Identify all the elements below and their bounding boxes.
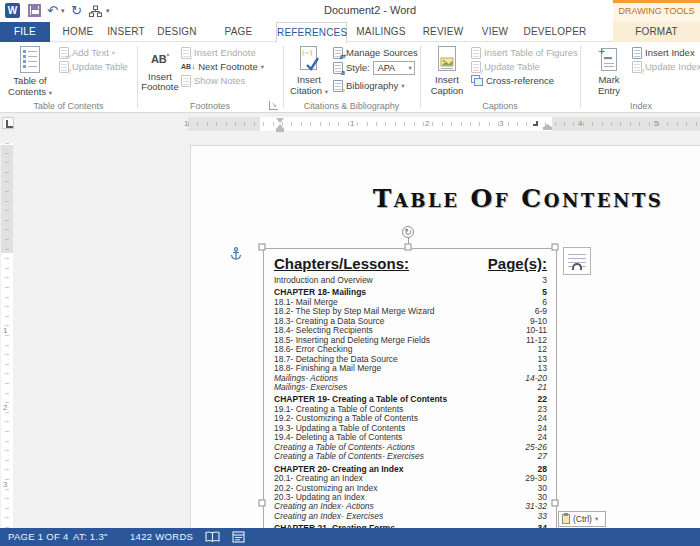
mark-entry-icon: + — [597, 45, 621, 73]
toc-header-right: Page(s): — [488, 255, 547, 273]
toc-entry-text: Introduction and Overview — [274, 276, 373, 285]
toc-entry-text: Mailings- Exercises — [274, 383, 347, 392]
toc-header: Chapters/Lessons: Page(s): — [274, 255, 547, 273]
bibliography-button[interactable]: Bibliography ▾ — [333, 79, 405, 92]
macro-recording-icon[interactable] — [232, 531, 245, 543]
vertical-ruler[interactable]: 123 — [1, 143, 13, 528]
resize-handle-middle-left[interactable] — [259, 500, 266, 507]
toc-row[interactable]: Introduction and Overview3 — [274, 276, 547, 285]
drawing-tools-header: DRAWING TOOLS — [613, 0, 700, 22]
bibliography-icon — [333, 80, 343, 92]
status-bar: PAGE 1 OF 4 AT: 1.3" 1422 WORDS — [0, 528, 700, 546]
proofing-status-icon[interactable] — [205, 531, 220, 543]
ribbon: Table of Contents ▾ Add Text ▾ Update Ta… — [0, 42, 700, 113]
add-text-button: Add Text ▾ — [59, 46, 115, 59]
next-footnote-icon: AB↓ — [181, 62, 195, 71]
layout-options-button[interactable] — [563, 247, 591, 275]
toc-rows: Introduction and Overview3CHAPTER 18- Ma… — [274, 276, 547, 528]
toc-textbox[interactable]: Chapters/Lessons: Page(s): Introduction … — [263, 248, 557, 528]
tab-view[interactable]: VIEW — [473, 22, 517, 42]
paste-options-button[interactable]: (Ctrl) ▾ — [558, 511, 606, 527]
toc-entry-page: 21 — [532, 383, 547, 392]
update-table-button: Update Table — [59, 60, 128, 73]
chevron-down-icon: ▾ — [409, 64, 412, 72]
ruler-number: 1 — [184, 119, 188, 128]
document-heading[interactable]: Table Of Contents — [191, 184, 700, 213]
manage-sources-icon — [333, 47, 343, 59]
group-separator — [283, 46, 284, 108]
group-separator — [420, 46, 421, 108]
redo-icon[interactable]: ↻ — [71, 1, 82, 21]
insert-caption-button[interactable]: InsertCaption — [426, 45, 468, 96]
resize-handle-top-right[interactable] — [552, 244, 559, 251]
qat-customize-icon[interactable]: ▾ — [106, 7, 110, 15]
drawing-tools-label: DRAWING TOOLS — [613, 6, 700, 16]
chevron-down-icon: ▾ — [49, 89, 52, 96]
smartart-icon[interactable] — [89, 5, 102, 18]
group-captions: InsertCaption Insert Table of Figures Up… — [422, 42, 578, 112]
manage-sources-button[interactable]: Manage Sources — [333, 46, 418, 59]
resize-handle-top-center[interactable] — [405, 244, 412, 251]
status-word-count[interactable]: 1422 WORDS — [130, 528, 193, 546]
toc-row[interactable]: Creating a Table of Contents- Exercises2… — [274, 452, 547, 461]
table-of-contents-button[interactable]: Table of Contents ▾ — [7, 45, 53, 98]
style-value: APA — [378, 63, 395, 73]
insert-table-of-figures-button: Insert Table of Figures — [471, 46, 578, 59]
tab-selector-button[interactable] — [2, 117, 14, 129]
add-text-icon — [59, 47, 69, 59]
style-icon — [333, 62, 343, 74]
insert-index-button[interactable]: Insert Index — [632, 46, 695, 59]
tab-developer[interactable]: DEVELOPER — [520, 22, 590, 42]
toc-entry-page: 3 — [536, 276, 547, 285]
rotate-handle[interactable]: ↻ — [402, 226, 414, 238]
resize-handle-middle-right[interactable] — [552, 500, 559, 507]
right-tab-stop-marker[interactable] — [533, 121, 538, 126]
toc-entry-page: 33 — [532, 512, 547, 521]
show-notes-button: Show Notes — [181, 74, 245, 87]
undo-dropdown-icon[interactable]: ▾ — [61, 7, 65, 15]
tab-insert[interactable]: INSERT — [103, 22, 149, 42]
first-line-indent-marker[interactable] — [276, 118, 284, 123]
style-combobox[interactable]: APA ▾ — [373, 61, 415, 75]
mark-entry-button[interactable]: + MarkEntry — [590, 45, 628, 96]
chevron-down-icon: ▾ — [595, 515, 598, 523]
tab-mailings[interactable]: MAILINGS — [350, 22, 412, 42]
insert-caption-icon — [435, 45, 459, 73]
chevron-down-icon: ▾ — [112, 49, 115, 57]
word-window: W ↶ ▾ ↻ ▾ Document2 - Word DRAWING TOOLS… — [0, 0, 700, 546]
toc-header-left: Chapters/Lessons: — [274, 255, 409, 273]
toc-row[interactable]: Creating an Index- Exercises33 — [274, 512, 547, 521]
group-index: + MarkEntry Insert Index Update Index In… — [582, 42, 700, 112]
group-label: Captions — [422, 101, 578, 111]
group-label: Footnotes — [139, 101, 281, 111]
tab-format[interactable]: FORMAT — [613, 22, 700, 42]
horizontal-ruler[interactable]: 112345 — [188, 117, 700, 131]
ruler-ticks — [188, 122, 700, 126]
update-table-captions-button: Update Table — [471, 60, 540, 73]
left-indent-marker[interactable] — [276, 129, 284, 132]
footnotes-dialog-launcher-icon[interactable]: ↘ — [269, 101, 278, 110]
tab-file[interactable]: FILE — [0, 22, 50, 42]
cross-reference-button[interactable]: Cross-reference — [471, 74, 554, 87]
ruler-number: 3 — [499, 119, 503, 128]
save-icon[interactable] — [28, 4, 41, 17]
tab-home[interactable]: HOME — [56, 22, 100, 42]
tab-references[interactable]: REFERENCES — [276, 22, 347, 43]
resize-handle-top-left[interactable] — [259, 244, 266, 251]
undo-icon[interactable]: ↶ — [47, 1, 58, 21]
tab-review[interactable]: REVIEW — [416, 22, 470, 42]
insert-footnote-button[interactable]: AB¹ InsertFootnote — [141, 45, 179, 93]
ribbon-tab-row: FILEHOMEINSERTDESIGNPAGE LAYOUTREFERENCE… — [0, 22, 700, 42]
ruler-number: 1 — [3, 326, 7, 335]
document-page[interactable]: Table Of Contents Chapters/Lessons: Page… — [190, 145, 700, 528]
tab-design[interactable]: DESIGN — [153, 22, 201, 42]
update-table-icon — [471, 61, 481, 73]
status-position-indicator[interactable]: AT: 1.3" — [73, 528, 108, 546]
toc-row[interactable]: Mailings- Exercises21 — [274, 383, 547, 392]
insert-citation-button[interactable]: (−) Insert Citation ▾ — [287, 45, 331, 97]
status-page-indicator[interactable]: PAGE 1 OF 4 — [8, 528, 69, 546]
tab-page-layout[interactable]: PAGE LAYOUT — [204, 22, 273, 42]
next-footnote-button[interactable]: AB↓ Next Footnote ▾ — [181, 60, 264, 73]
chevron-down-icon: ▾ — [401, 82, 404, 90]
anchor-icon[interactable] — [230, 247, 242, 265]
